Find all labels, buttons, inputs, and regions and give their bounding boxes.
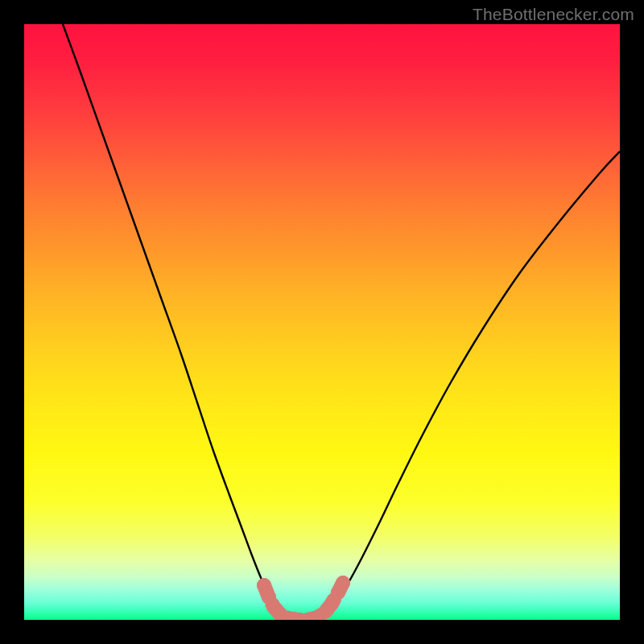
watermark-text: TheBottlenecker.com [473,5,634,24]
trough-marker [257,576,350,620]
svg-point-11 [336,576,350,590]
bottleneck-curve [63,24,620,620]
plot-area [24,24,620,620]
curve-layer [24,24,620,620]
chart-frame: TheBottlenecker.com [0,0,644,644]
